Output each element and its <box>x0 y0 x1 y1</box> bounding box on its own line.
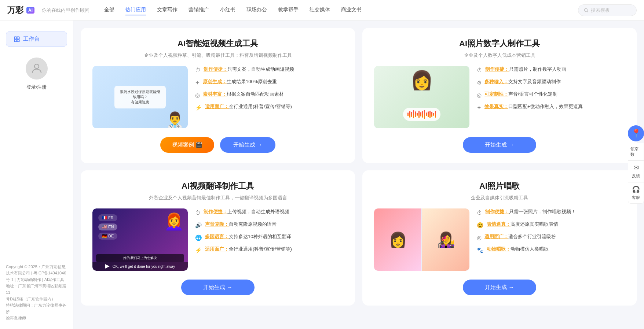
nav-tab-hot[interactable]: 热门应用 <box>125 5 146 15</box>
footer-line-3: 号-1 | 万彩动画制作 | AI写作工具 <box>6 277 67 283</box>
vt-feature-1-text: 制作便捷：上传视频，自动生成外语视频 <box>204 208 289 215</box>
feature-4-text: 适用面广：全行业通用(科普/宣传/营销等) <box>205 103 292 110</box>
tool-card-grid: AI智能短视频生成工具 企业及个人视频种草、引流、吸粉最佳工具；科普及培训视频制… <box>81 28 637 306</box>
feedback-label: 反馈 <box>632 173 640 179</box>
floating-location-btn[interactable]: 📍 <box>628 125 644 141</box>
svg-point-0 <box>584 8 587 11</box>
video-gen-features: ⏱ 制作便捷：只需文案，自动生成动画短视频 ✦ 原创生成：生成结果100%原创去… <box>195 66 343 128</box>
nav-tab-teaching[interactable]: 教学帮手 <box>278 5 299 15</box>
nav-tab-all[interactable]: 全部 <box>104 5 114 15</box>
scope-icon-ps: ◎ <box>477 234 482 241</box>
wave-bar <box>428 111 429 117</box>
sidebar: 工作台 登录/注册 Copyright © 2025：广州万彩信息 技术有限公司… <box>0 21 73 329</box>
video-translate-start-btn[interactable]: 开始生成 → <box>181 280 254 295</box>
photo-avatar-subtitle: 企业及个人数字人低成本营销工具 <box>374 52 625 59</box>
photo-avatar-image: 👩 <box>374 66 469 128</box>
translate-person: 👩‍🦰 <box>164 212 184 231</box>
footer-line-1: Copyright © 2025：广州万彩信息 <box>6 264 67 270</box>
wave-bar <box>435 111 436 118</box>
workbench-btn[interactable]: 工作台 <box>6 32 67 47</box>
tool-card-photo-avatar: AI照片数字人制作工具 企业及个人数字人低成本营销工具 👩 <box>362 28 637 163</box>
video-translate-subtitle: 外贸企业及个人视频营销最佳制作工具，一键翻译视频为多国语言 <box>92 195 343 201</box>
floating-feedback-btn[interactable]: ✉ 反馈 <box>628 160 644 182</box>
video-case-btn[interactable]: 视频案例 🎬 <box>160 137 214 153</box>
location-text: 领京数 <box>630 146 641 157</box>
vt-feature-1: ⏱ 制作便捷：上传视频，自动生成外语视频 <box>195 208 343 217</box>
wave-bar <box>422 111 423 118</box>
footer-line-7: 徐再良律师 <box>6 315 67 322</box>
workbench-icon <box>14 36 20 42</box>
nav-tab-social[interactable]: 社交媒体 <box>310 5 330 15</box>
wave-bar <box>409 111 410 118</box>
video-preview: 眼药水没过保质期就能继续用吗？有健康隐患 👨‍⚕️ <box>92 66 188 128</box>
pa-feature-1-text: 制作便捷：只需照片，制作数字人动画 <box>485 66 566 73</box>
video-gen-title: AI智能短视频生成工具 <box>92 38 343 49</box>
feature-4: ⚡ 适用面广：全行业通用(科普/宣传/营销等) <box>195 103 343 111</box>
photo-sing-start-btn[interactable]: 开始生成 → <box>463 280 536 295</box>
wave-bar <box>415 111 416 117</box>
floating-service-btn[interactable]: 🎧 客服 <box>628 182 644 204</box>
logo-text: 万彩 <box>7 5 23 16</box>
smile-icon: 😊 <box>477 221 484 229</box>
arrow-icon: ➜ <box>442 234 450 245</box>
pa-feature-3: ◎ 可定制性：声音/语言可个性化定制 <box>477 91 625 99</box>
nav-tab-marketing[interactable]: 营销推广 <box>189 5 209 15</box>
header-slogan: 你的在线内容创作顾问 <box>42 7 89 14</box>
nav-tab-business[interactable]: 商业文书 <box>341 5 362 15</box>
nav-tab-office[interactable]: 职场办公 <box>246 5 267 15</box>
photo-sing-title: AI照片唱歌 <box>374 181 625 192</box>
photo-sing-body: 👩 👩‍🎤 ➜ ⏱ 制作便捷：只需一张照片，制作唱歌视频！ <box>374 208 625 271</box>
clock-icon-pa: ⏱ <box>477 66 482 74</box>
vt-feature-4: ⚡ 适用面广：全行业通用(科普/宣传/营销等) <box>195 246 343 254</box>
ps-feature-1: ⏱ 制作便捷：只需一张照片，制作唱歌视频！ <box>477 208 625 217</box>
footer-line-5: 号D栋5楼（广东软件园内） <box>6 296 67 303</box>
svg-point-6 <box>34 64 39 69</box>
clock-icon-vt: ⏱ <box>195 209 201 217</box>
portrait-preview: 👩 <box>374 66 469 128</box>
video-gen-start-btn[interactable]: 开始生成 → <box>220 137 275 153</box>
video-inner-text: 眼药水没过保质期就能继续用吗？有健康隐患 <box>114 86 166 108</box>
footer-line-6: 特聘法律顾问：广东力诠律师事务所 <box>6 302 67 315</box>
ps-feature-4-text: 动物唱歌：动物模仿人类唱歌 <box>487 246 549 252</box>
video-gen-image: 眼药水没过保质期就能继续用吗？有健康隐患 👨‍⚕️ <box>92 66 188 128</box>
svg-rect-2 <box>14 37 17 39</box>
wave-bar <box>431 112 432 117</box>
translate-preview: 🇫🇷 FR 🇺🇸 EN 🇩🇪 DE 👩‍🦰 好的,我们马上为您解决 OK, we… <box>92 208 188 271</box>
wave-bar <box>418 111 420 118</box>
footer-line-2: 技术有限公司 | 粤ICP备14041046 <box>6 270 67 277</box>
globe-icon: 🌐 <box>195 234 202 241</box>
wave-bar <box>417 113 418 116</box>
translate-bar: OK, we'll get it done for you right away <box>92 262 188 271</box>
video-translate-body: 🇫🇷 FR 🇺🇸 EN 🇩🇪 DE 👩‍🦰 好的,我们马上为您解决 OK, we… <box>92 208 343 271</box>
search-box[interactable]: 搜索模板 <box>578 4 637 16</box>
service-icon: 🎧 <box>632 185 640 193</box>
photo-avatar-body: 👩 <box>374 66 625 128</box>
login-btn[interactable]: 登录/注册 <box>26 84 47 90</box>
effect-icon: ✦ <box>477 104 482 111</box>
scope-icon: ⚡ <box>195 104 202 111</box>
lang-en: 🇺🇸 EN <box>98 223 117 230</box>
translate-en-text: OK, we'll get it done for you right away <box>113 265 175 269</box>
video-translate-features: ⏱ 制作便捷：上传视频，自动生成外语视频 🔊 声音克隆：自动克隆原视频的语音 🌐… <box>195 208 343 271</box>
svg-rect-4 <box>14 39 17 41</box>
video-gen-actions: 视频案例 🎬 开始生成 → <box>92 137 343 153</box>
search-placeholder: 搜索模板 <box>591 7 610 14</box>
ps-feature-4: 🐾 动物唱歌：动物模仿人类唱歌 <box>477 246 625 254</box>
nav-tab-article[interactable]: 文章写作 <box>157 5 178 15</box>
video-gen-body: 眼药水没过保质期就能继续用吗？有健康隐患 👨‍⚕️ ⏱ 制作便捷：只需文案，自动… <box>92 66 343 128</box>
doctor-figure: 👨‍⚕️ <box>166 111 184 128</box>
photo-sing-subtitle: 企业及自媒体引流吸粉工具 <box>374 195 625 201</box>
star-icon: ✦ <box>195 79 200 86</box>
ps-feature-3-text: 适用面广：适合多个行业引流吸粉 <box>484 233 556 240</box>
feature-3: ◎ 素材丰富：根据文案自动匹配动画素材 <box>195 91 343 99</box>
vt-feature-2-text: 声音克隆：自动克隆原视频的语音 <box>205 221 277 228</box>
pa-feature-2-text: 多种输入：支持文字及音频驱动制作 <box>484 78 561 85</box>
lang-fr: 🇫🇷 FR <box>98 214 117 221</box>
floating-location-label[interactable]: 领京数 <box>628 143 644 160</box>
photo-avatar-features: ⏱ 制作便捷：只需照片，制作数字人动画 ⚙ 多种输入：支持文字及音频驱动制作 ◎… <box>477 66 625 128</box>
singing-preview: 👩 👩‍🎤 ➜ <box>374 208 469 271</box>
avatar-icon <box>30 62 43 75</box>
pa-feature-3-text: 可定制性：声音/语言可个性化定制 <box>484 91 557 97</box>
photo-avatar-start-btn[interactable]: 开始生成 → <box>463 137 536 153</box>
nav-tab-xiaohongshu[interactable]: 小红书 <box>220 5 235 15</box>
